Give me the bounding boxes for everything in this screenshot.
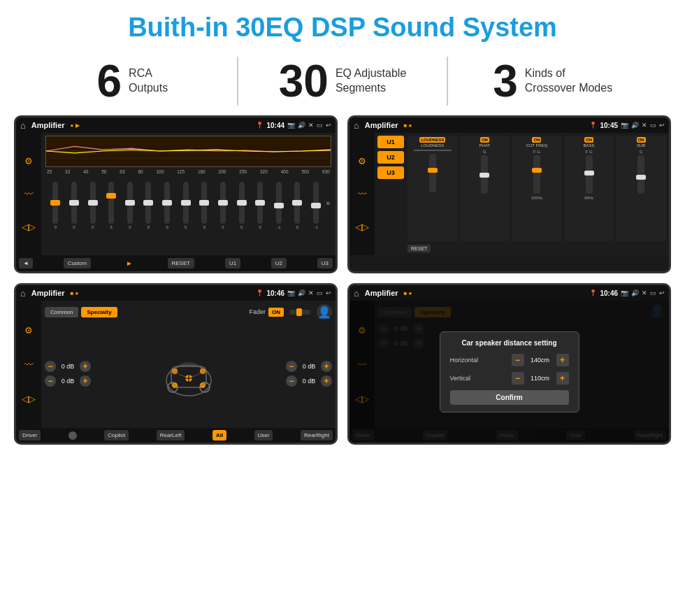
rearright-btn[interactable]: RearRight bbox=[301, 430, 333, 440]
driver-btn[interactable]: Driver bbox=[19, 430, 41, 440]
vol-rl-minus[interactable]: − bbox=[45, 375, 56, 387]
reset-btn[interactable]: RESET bbox=[168, 258, 195, 268]
vertical-controls: − 110cm + bbox=[512, 372, 569, 385]
vertical-minus[interactable]: − bbox=[512, 372, 524, 385]
all-btn[interactable]: All bbox=[212, 430, 226, 440]
screens-grid: ⌂ Amplifier ● ▶ 📍 10:44 📷 🔊 ✕ ▭ ↩ ⚙ 〰 ◁▷ bbox=[0, 115, 685, 452]
vertical-plus[interactable]: + bbox=[556, 372, 569, 385]
tab-common-3[interactable]: Common bbox=[45, 307, 78, 317]
eq-icon-2[interactable]: ⚙ bbox=[353, 152, 371, 170]
status-bar-2: ⌂ Amplifier ■ ● 📍 10:45 📷 🔊 ✕ ▭ ↩ bbox=[349, 117, 669, 133]
crossover-area: U1 U2 U3 LOUDNESS LOUDNESS bbox=[375, 133, 669, 255]
on-badge-cutfreq[interactable]: ON bbox=[532, 137, 541, 143]
eq-slider-10[interactable]: 0 bbox=[233, 182, 250, 229]
vol-side-icon-2[interactable]: ◁▷ bbox=[353, 218, 371, 236]
screen3-dots: ■ ● bbox=[71, 290, 79, 296]
confirm-button[interactable]: Confirm bbox=[450, 390, 569, 405]
svg-point-10 bbox=[172, 382, 178, 388]
eq-slider-9[interactable]: 0 bbox=[215, 182, 232, 229]
custom-btn[interactable]: Custom bbox=[64, 258, 92, 268]
on-badge-phat[interactable]: ON bbox=[480, 137, 489, 143]
home-icon-4[interactable]: ⌂ bbox=[354, 288, 359, 299]
play-btn[interactable]: ► bbox=[122, 257, 137, 269]
vertical-value: 110cm bbox=[527, 375, 554, 382]
eq-graph bbox=[45, 136, 331, 167]
eq-icon[interactable]: ⚙ bbox=[20, 152, 38, 170]
status-bar-1: ⌂ Amplifier ● ▶ 📍 10:44 📷 🔊 ✕ ▭ ↩ bbox=[16, 117, 336, 133]
left-arrow[interactable] bbox=[68, 431, 77, 440]
person-icon[interactable]: 👤 bbox=[317, 304, 332, 320]
status-bar-4: ⌂ Amplifier ■ ● 📍 10:46 📷 🔊 ✕ ▭ ↩ bbox=[349, 285, 669, 301]
eq-slider-6[interactable]: 0 bbox=[159, 182, 176, 229]
u3-btn[interactable]: U3 bbox=[317, 258, 333, 268]
prev-btn[interactable]: ◄ bbox=[19, 258, 33, 268]
eq-slider-11[interactable]: 0 bbox=[252, 182, 269, 229]
vol-rr-plus[interactable]: + bbox=[321, 375, 332, 387]
eq-slider-2[interactable]: 0 bbox=[84, 182, 101, 229]
vol-rl-plus[interactable]: + bbox=[80, 375, 91, 387]
cross-reset-btn[interactable]: RESET bbox=[408, 245, 431, 252]
top-tabs-3: Common Specialty Fader ON 👤 bbox=[45, 304, 332, 320]
eq-slider-7[interactable]: 0 bbox=[177, 182, 194, 229]
vol-rr-minus[interactable]: − bbox=[286, 375, 297, 387]
eq-slider-5[interactable]: 0 bbox=[140, 182, 157, 229]
vol-fl-plus[interactable]: + bbox=[80, 361, 91, 372]
location-icon-3: 📍 bbox=[256, 289, 264, 296]
screen4-title: Amplifier bbox=[365, 289, 398, 297]
bottom-btns-3: Driver Copilot RearLeft All User RearRig… bbox=[16, 428, 336, 443]
home-icon-3[interactable]: ⌂ bbox=[20, 288, 26, 299]
wave-icon-2[interactable]: 〰 bbox=[353, 185, 371, 203]
eq-slider-13[interactable]: 0 bbox=[289, 182, 306, 229]
wave-icon[interactable]: 〰 bbox=[20, 185, 38, 203]
on-badge-loudness[interactable]: LOUDNESS bbox=[419, 137, 445, 143]
eq-slider-12[interactable]: -1 bbox=[271, 182, 288, 229]
u2-btn[interactable]: U2 bbox=[271, 258, 287, 268]
expand-icon[interactable]: » bbox=[326, 199, 330, 207]
on-badge-bass[interactable]: ON bbox=[584, 137, 593, 143]
copilot-btn[interactable]: Copilot bbox=[104, 430, 129, 440]
horizontal-label: Horizontal bbox=[450, 357, 479, 364]
eq-slider-1[interactable]: 0 bbox=[66, 182, 83, 229]
dialog-vertical-row: Vertical − 110cm + bbox=[450, 372, 569, 385]
ch-sub: ON SUB G bbox=[616, 136, 666, 241]
rearleft-btn[interactable]: RearLeft bbox=[157, 430, 185, 440]
camera-icon-2: 📷 bbox=[621, 122, 628, 129]
wave-icon-3[interactable]: 〰 bbox=[20, 355, 38, 373]
fader-area: Common Specialty Fader ON 👤 − bbox=[41, 301, 336, 428]
u2-preset[interactable]: U2 bbox=[377, 151, 404, 164]
eq-slider-0[interactable]: 0 bbox=[47, 182, 64, 229]
camera-icon-3: 📷 bbox=[287, 289, 295, 296]
u1-preset[interactable]: U1 bbox=[377, 136, 404, 148]
side-icons-1: ⚙ 〰 ◁▷ bbox=[16, 133, 41, 255]
eq-slider-3[interactable]: 5 bbox=[103, 182, 120, 229]
fader-on-btn[interactable]: ON bbox=[268, 308, 284, 317]
vol-fr-plus[interactable]: + bbox=[321, 361, 332, 372]
u1-btn[interactable]: U1 bbox=[225, 258, 240, 268]
stat-crossover-text: Kinds ofCrossover Modes bbox=[525, 66, 612, 96]
svg-point-9 bbox=[200, 368, 206, 374]
vol-side-icon[interactable]: ◁▷ bbox=[20, 218, 38, 236]
stat-eq-text: EQ AdjustableSegments bbox=[336, 66, 406, 96]
eq-slider-14[interactable]: -1 bbox=[308, 182, 325, 229]
u3-preset[interactable]: U3 bbox=[377, 166, 404, 179]
vol-row-fl: − 0 dB + bbox=[45, 361, 91, 372]
eq-slider-4[interactable]: 0 bbox=[122, 182, 139, 229]
stat-rca: 6 RCAOutputs bbox=[42, 59, 223, 103]
horizontal-minus[interactable]: − bbox=[512, 354, 524, 366]
tab-specialty-3[interactable]: Specialty bbox=[81, 307, 117, 317]
eq-slider-8[interactable]: 0 bbox=[196, 182, 213, 229]
dialog-horizontal-row: Horizontal − 140cm + bbox=[450, 354, 569, 366]
home-icon-2[interactable]: ⌂ bbox=[354, 120, 359, 131]
eq-icon-3[interactable]: ⚙ bbox=[20, 321, 38, 339]
rect-icon-3: ▭ bbox=[317, 289, 323, 296]
vol-fl-minus[interactable]: − bbox=[45, 361, 56, 372]
horizontal-plus[interactable]: + bbox=[556, 354, 569, 366]
on-badge-sub[interactable]: ON bbox=[637, 137, 646, 143]
vol-fr-minus[interactable]: − bbox=[286, 361, 297, 372]
home-icon-1[interactable]: ⌂ bbox=[20, 120, 26, 131]
vol-side-icon-3[interactable]: ◁▷ bbox=[20, 389, 38, 408]
user-btn[interactable]: User bbox=[254, 430, 273, 440]
ch-loudness: LOUDNESS LOUDNESS bbox=[408, 136, 458, 241]
screen3-time: 10:46 bbox=[266, 289, 284, 297]
screen2-dots: ■ ● bbox=[404, 122, 412, 129]
